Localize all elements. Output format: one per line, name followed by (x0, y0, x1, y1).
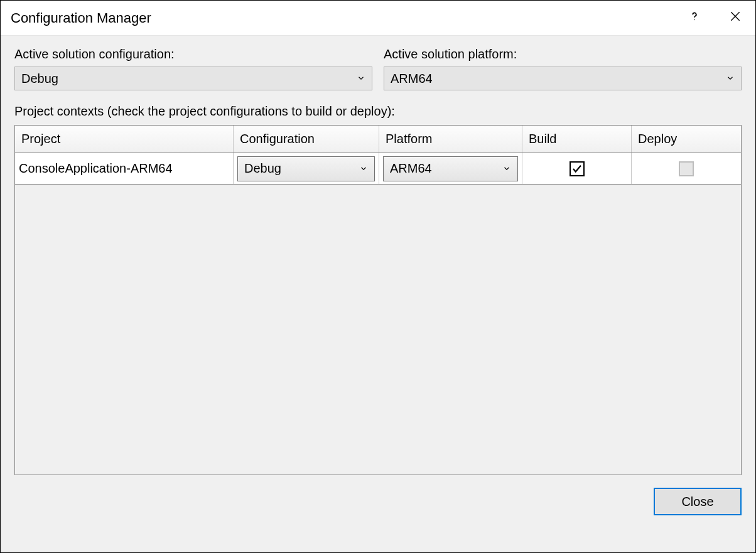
active-platform-label: Active solution platform: (384, 47, 742, 62)
header-build[interactable]: Build (522, 126, 632, 153)
active-platform-value: ARM64 (391, 72, 433, 86)
header-platform[interactable]: Platform (379, 126, 522, 153)
close-icon (729, 10, 742, 26)
deploy-checkbox (679, 161, 694, 176)
cell-deploy (632, 153, 741, 184)
grid-body: ConsoleApplication-ARM64 Debug ARM64 (15, 153, 741, 475)
chevron-down-icon (726, 72, 735, 86)
header-deploy[interactable]: Deploy (632, 126, 741, 153)
close-button-label: Close (681, 495, 713, 509)
cell-configuration: Debug (234, 153, 379, 184)
header-configuration[interactable]: Configuration (234, 126, 379, 153)
close-button[interactable]: Close (654, 488, 742, 515)
client-area: Active solution configuration: Debug Act… (1, 36, 755, 552)
active-platform-dropdown[interactable]: ARM64 (384, 67, 742, 90)
header-project[interactable]: Project (15, 126, 234, 153)
close-window-button[interactable] (715, 1, 755, 35)
row-configuration-dropdown[interactable]: Debug (237, 156, 375, 181)
active-config-value: Debug (21, 72, 58, 86)
svg-point-0 (694, 19, 694, 20)
active-config-dropdown[interactable]: Debug (14, 67, 372, 90)
configuration-manager-dialog: Configuration Manager Active solution co… (0, 0, 756, 553)
help-button[interactable] (674, 1, 715, 35)
dialog-footer: Close (14, 488, 742, 515)
grid-header: Project Configuration Platform Build Dep… (15, 126, 741, 153)
project-contexts-grid: Project Configuration Platform Build Dep… (14, 125, 742, 475)
project-contexts-label: Project contexts (check the project conf… (14, 104, 742, 119)
chevron-down-icon (497, 161, 511, 176)
titlebar: Configuration Manager (1, 1, 755, 36)
cell-project: ConsoleApplication-ARM64 (15, 153, 234, 184)
row-platform-value: ARM64 (390, 161, 432, 176)
chevron-down-icon (357, 72, 365, 86)
table-row: ConsoleApplication-ARM64 Debug ARM64 (15, 153, 741, 185)
chevron-down-icon (354, 161, 368, 176)
active-config-label: Active solution configuration: (14, 47, 372, 62)
cell-platform: ARM64 (379, 153, 522, 184)
row-configuration-value: Debug (244, 161, 281, 176)
row-platform-dropdown[interactable]: ARM64 (383, 156, 518, 181)
help-icon (688, 9, 701, 26)
build-checkbox[interactable] (570, 161, 585, 176)
dialog-title: Configuration Manager (11, 10, 674, 26)
cell-build (522, 153, 632, 184)
